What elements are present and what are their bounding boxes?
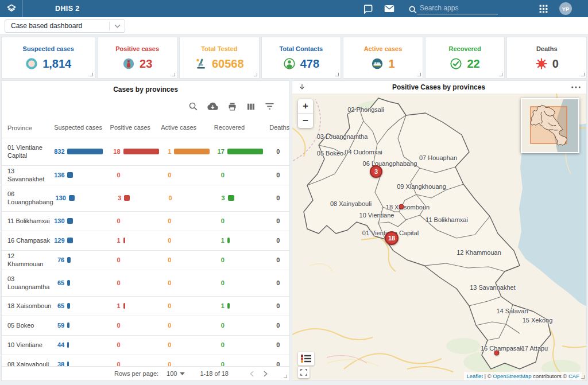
case-dot-marker[interactable] [399, 204, 404, 209]
table-cell: 0 [214, 341, 269, 348]
kpi-card-title: Total Contacts [280, 45, 323, 52]
cases-table-panel: Cases by provinces ProvinceSuspected cas… [1, 80, 290, 381]
table-row[interactable]: 03 Louangnamtha650000 [2, 270, 289, 296]
resize-handle[interactable] [90, 73, 93, 76]
dashboard-bar: Case based dashboard [0, 17, 588, 35]
avatar[interactable]: YP [559, 2, 572, 15]
kpi-card-deaths: Deaths0 [506, 37, 587, 79]
table-row[interactable]: 18 Xaisomboun651010 [2, 296, 289, 316]
table-cell: 65 [54, 279, 110, 286]
kpi-card-title: Recovered [448, 45, 481, 52]
table-cell: 0 [161, 302, 214, 309]
fullscreen-button[interactable] [298, 367, 310, 378]
column-header-deaths[interactable]: Deaths [269, 124, 289, 133]
table-toolbar [2, 94, 289, 114]
leaflet-map[interactable]: 02 Phongsali03 Louangnamtha04 Oudomxai05… [292, 94, 586, 380]
column-header-recovered[interactable]: Recovered [214, 124, 269, 133]
resize-handle[interactable] [335, 73, 339, 76]
map-header: Positive Cases by provinces [292, 81, 586, 94]
table-row[interactable]: 11 Bolikhamxai1300000 [2, 211, 289, 231]
resize-handle[interactable] [499, 73, 502, 76]
value-bar [123, 149, 159, 154]
value-bar [67, 149, 103, 154]
osm-link[interactable]: OpenStreetMap [493, 373, 531, 379]
resize-handle[interactable] [417, 73, 421, 76]
previous-page-button[interactable] [245, 368, 258, 379]
apps-grid-icon[interactable] [539, 5, 548, 13]
map-panel: Positive Cases by provinces [292, 80, 587, 381]
table-row[interactable]: 12 Khammouan760000 [2, 250, 289, 270]
column-header-positive-cases[interactable]: Positive cases [110, 124, 161, 133]
column-header-province[interactable]: Province [7, 124, 54, 133]
province-name: 06 Louangphabang [7, 190, 56, 207]
table-cell: 0 [214, 322, 269, 329]
search-icon [408, 5, 417, 14]
overview-minimap[interactable] [521, 98, 579, 153]
resize-handle[interactable] [172, 73, 175, 76]
table-row[interactable]: 06 Louangphabang1303030 [2, 185, 289, 211]
kpi-card-title: Total Tested [201, 45, 237, 52]
kpi-card-total-contacts: Total Contacts478 [261, 37, 342, 79]
table-cell: 44 [54, 341, 110, 348]
zoom-out-button[interactable]: − [298, 114, 313, 128]
province-name: 12 Khammouan [7, 252, 54, 269]
kpi-card-value: 22 [467, 57, 479, 71]
table-cell: 1 [214, 302, 269, 309]
case-cluster-marker[interactable]: 18 [385, 231, 399, 245]
messages-icon[interactable] [363, 4, 373, 14]
table-cell: 3 [111, 195, 161, 201]
table-pagination: Rows per page: 100 1-18 of 18 [2, 366, 289, 380]
table-row[interactable]: 10 Vientiane440000 [2, 335, 289, 355]
virus-icon [535, 57, 548, 70]
print-icon[interactable] [227, 102, 237, 111]
kpi-card-title: Active cases [364, 45, 403, 52]
search-apps-input[interactable] [417, 3, 498, 14]
mail-icon[interactable] [384, 5, 394, 13]
download-icon[interactable] [298, 83, 306, 91]
case-dot-marker[interactable] [494, 351, 500, 356]
resize-handle[interactable] [254, 73, 257, 76]
table-row[interactable]: 13 Savannakhet1360000 [2, 165, 289, 185]
kpi-card-value: 1,814 [42, 57, 71, 71]
table-cell: 130 [56, 195, 111, 201]
dashboard-selector[interactable]: Case based dashboard [5, 20, 125, 33]
value-bar [67, 218, 73, 224]
kpi-card-value: 0 [552, 57, 559, 71]
kpi-card-value: 478 [300, 57, 319, 71]
resize-handle[interactable] [581, 73, 585, 76]
rows-per-page-value: 100 [167, 370, 177, 377]
download-icon[interactable] [207, 102, 218, 111]
resize-handle[interactable] [284, 375, 287, 378]
zoom-in-button[interactable]: + [298, 99, 313, 114]
table-title: Cases by provinces [2, 81, 289, 94]
table-row[interactable]: 16 Champasak1291010 [2, 231, 289, 250]
province-name: 11 Bolikhamxai [7, 217, 54, 225]
table-cell: 130 [54, 217, 110, 224]
more-options-icon[interactable] [571, 86, 581, 88]
value-bar [174, 149, 210, 154]
map-attribution: Leaflet | © OpenStreetMap contributors ©… [464, 372, 582, 380]
caf-link[interactable]: CAF [568, 373, 579, 379]
rows-per-page-select[interactable]: 100 [167, 370, 185, 377]
value-bar [228, 195, 234, 201]
attribution-text: contributors © [531, 373, 568, 379]
dhis2-logo-icon[interactable] [0, 0, 23, 17]
search-icon[interactable] [188, 102, 198, 111]
resize-handle[interactable] [581, 375, 585, 379]
column-header-active-cases[interactable]: Active cases [161, 124, 214, 133]
kpi-card-value: 23 [140, 57, 152, 71]
leaflet-link[interactable]: Leaflet [466, 373, 483, 379]
column-header-suspected-cases[interactable]: Suspected cases [54, 124, 110, 133]
table-row[interactable]: 05 Bokeo590000 [2, 316, 289, 335]
table-cell: 18 [110, 148, 161, 155]
value-bar [69, 195, 75, 201]
table-cell: 0 [214, 256, 269, 263]
case-cluster-marker[interactable]: 3 [370, 165, 382, 178]
columns-icon[interactable] [246, 102, 256, 111]
legend-button[interactable] [298, 352, 314, 365]
filter-icon[interactable] [265, 103, 274, 110]
province-name: 16 Champasak [7, 236, 54, 245]
next-page-button[interactable] [258, 368, 272, 379]
chevron-down-icon[interactable] [110, 24, 125, 28]
table-row[interactable]: 01 Vientiane Capital832181170 [2, 138, 289, 165]
